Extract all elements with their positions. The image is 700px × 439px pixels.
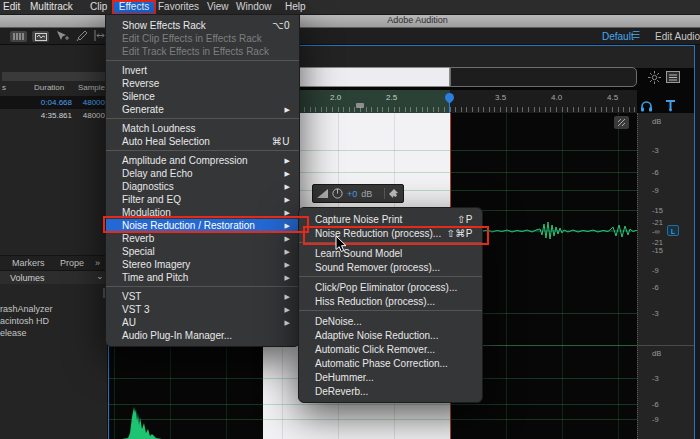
gain-unit: dB xyxy=(361,189,372,199)
menu-item-edit-track-effects: Edit Track Effects in Effects Rack xyxy=(106,45,299,58)
settings-sun-icon[interactable] xyxy=(648,71,661,84)
file-sample-rate: 48000 xyxy=(74,98,105,107)
multitrack-view-button[interactable] xyxy=(32,31,49,42)
volume-item[interactable]: acintosh HD xyxy=(0,316,107,328)
volumes-section-label[interactable]: Volumes xyxy=(10,273,45,283)
menu-item-auto-heal[interactable]: Auto Heal Selection⌘U xyxy=(106,135,299,148)
menubar-item-edit[interactable]: Edit xyxy=(3,0,20,14)
menu-item-sound-remover[interactable]: Sound Remover (process)... xyxy=(299,260,482,274)
menu-item-au[interactable]: AU▶ xyxy=(106,316,299,329)
submenu-arrow-icon: ▶ xyxy=(285,292,290,301)
tab-markers[interactable]: Markers xyxy=(12,258,45,268)
headphone-icon[interactable] xyxy=(640,100,653,112)
menu-item-delay-echo[interactable]: Delay and Echo▶ xyxy=(106,167,299,180)
tab-overflow-chevron[interactable]: » xyxy=(95,258,100,268)
menu-item-audio-plugin-manager[interactable]: Audio Plug-In Manager... xyxy=(106,329,299,342)
menu-item-amplitude-compression[interactable]: Amplitude and Compression▶ xyxy=(106,154,299,167)
menu-item-click-pop-eliminator[interactable]: Click/Pop Eliminator (process)... xyxy=(299,280,482,294)
move-tool-icon[interactable] xyxy=(56,30,69,42)
submenu-arrow-icon: ▶ xyxy=(285,169,290,178)
menu-item-modulation[interactable]: Modulation▶ xyxy=(106,206,299,219)
playhead-stem xyxy=(449,101,450,113)
panel-focus-border-right xyxy=(694,45,695,439)
menu-item-reverb[interactable]: Reverb▶ xyxy=(106,232,299,245)
edit-audio-to-button[interactable]: Edit Audio to xyxy=(655,31,700,42)
submenu-arrow-icon: ▶ xyxy=(285,221,290,230)
menu-item-automatic-click-remover[interactable]: Automatic Click Remover... xyxy=(299,342,482,356)
hud-divider xyxy=(384,188,385,199)
menubar-item-effects[interactable]: Effects xyxy=(112,0,156,15)
tab-properties[interactable]: Prope xyxy=(60,258,84,268)
panel-menu-icon[interactable] xyxy=(666,71,680,83)
ruler-tick-label: 4.0 xyxy=(551,93,562,102)
menu-item-automatic-phase-correction[interactable]: Automatic Phase Correction... xyxy=(299,356,482,370)
gridline xyxy=(108,404,637,405)
menu-item-capture-noise-print[interactable]: Capture Noise Print⇧P xyxy=(299,212,482,226)
waveform-right-channel-spike xyxy=(122,403,162,439)
menu-item-invert[interactable]: Invert xyxy=(106,64,299,77)
file-sample-rate: 48000 xyxy=(74,111,105,120)
menu-item-hiss-reduction[interactable]: Hiss Reduction (process)... xyxy=(299,294,482,308)
menu-item-denoise[interactable]: DeNoise... xyxy=(299,314,482,328)
menu-item-dehummer[interactable]: DeHummer... xyxy=(299,370,482,384)
razor-tool-icon[interactable] xyxy=(76,30,88,42)
waveform-view-button[interactable] xyxy=(10,31,27,42)
submenu-arrow-icon: ▶ xyxy=(285,208,290,217)
menu-item-time-pitch[interactable]: Time and Pitch▶ xyxy=(106,271,299,284)
menu-item-learn-sound-model[interactable]: Learn Sound Model xyxy=(299,246,482,260)
column-header-sample[interactable]: Sample xyxy=(74,83,105,96)
menu-item-vst3[interactable]: VST 3▶ xyxy=(106,303,299,316)
column-header-fragment[interactable]: s xyxy=(2,83,6,96)
file-row[interactable]: 4:35.861 48000 xyxy=(0,109,107,122)
menubar-item-favorites[interactable]: Favorites xyxy=(158,0,199,14)
db-label: -6 xyxy=(652,400,659,409)
menubar-item-clip[interactable]: Clip xyxy=(90,0,107,14)
menu-item-noise-reduction-process[interactable]: Noise Reduction (process)...⇧⌘P xyxy=(299,226,482,240)
submenu-arrow-icon: ▶ xyxy=(285,273,290,282)
workspace-selector[interactable]: Default xyxy=(602,31,634,42)
menubar-item-view[interactable]: View xyxy=(207,0,229,14)
left-channel-badge[interactable]: L xyxy=(667,225,679,236)
db-label: -3 xyxy=(652,146,659,155)
menu-separator xyxy=(106,150,299,151)
volume-item[interactable]: elease xyxy=(0,328,107,340)
file-duration: 0:04.668 xyxy=(18,98,72,107)
submenu-arrow-icon: ▶ xyxy=(285,247,290,256)
db-label: -9 xyxy=(652,266,659,275)
menu-item-diagnostics[interactable]: Diagnostics▶ xyxy=(106,180,299,193)
ruler-tick-label: 4.5 xyxy=(607,93,618,102)
menubar-item-multitrack[interactable]: Multitrack xyxy=(30,0,73,14)
file-row[interactable]: 0:04.668 48000 xyxy=(0,96,107,109)
db-label: -3 xyxy=(652,374,659,383)
menu-item-show-effects-rack[interactable]: Show Effects Rack⌥0 xyxy=(106,19,299,32)
menu-item-filter-eq[interactable]: Filter and EQ▶ xyxy=(106,193,299,206)
zoom-corner-widget[interactable] xyxy=(614,116,629,129)
menu-item-vst[interactable]: VST▶ xyxy=(106,290,299,303)
menu-item-match-loudness[interactable]: Match Loudness xyxy=(106,122,299,135)
ruler-tick-label: 2.5 xyxy=(386,93,397,102)
menubar-item-window[interactable]: Window xyxy=(236,0,272,14)
gain-value[interactable]: +0 xyxy=(347,189,357,199)
menu-item-reverse[interactable]: Reverse xyxy=(106,77,299,90)
pin-tool-icon[interactable] xyxy=(665,100,676,112)
overview-navigator-track[interactable] xyxy=(450,67,637,87)
menu-item-special[interactable]: Special▶ xyxy=(106,245,299,258)
menubar-item-help[interactable]: Help xyxy=(285,0,306,14)
files-search-field[interactable] xyxy=(2,72,105,81)
menubar: Edit Multitrack Clip Effects Favorites V… xyxy=(0,0,700,15)
hamburger-icon[interactable]: ☰ xyxy=(632,30,640,40)
menu-item-noise-reduction-restoration[interactable]: Noise Reduction / Restoration▶ xyxy=(106,219,299,232)
hud-pin-icon[interactable] xyxy=(389,189,398,198)
chevron-down-icon[interactable]: ⌄ xyxy=(96,271,104,281)
menu-item-generate[interactable]: Generate▶ xyxy=(106,103,299,116)
column-header-duration[interactable]: Duration xyxy=(34,83,64,96)
menu-item-stereo-imagery[interactable]: Stereo Imagery▶ xyxy=(106,258,299,271)
gain-knob-icon[interactable] xyxy=(332,188,343,199)
volume-item[interactable]: rashAnalyzer xyxy=(0,304,107,316)
fade-ramp-icon[interactable] xyxy=(317,189,328,198)
menu-item-silence[interactable]: Silence xyxy=(106,90,299,103)
menu-item-adaptive-noise-reduction[interactable]: Adaptive Noise Reduction... xyxy=(299,328,482,342)
amplitude-ruler[interactable]: dB -3 -6 -9 -15 -21 -∞ -21 -15 -9 -6 -3 … xyxy=(637,113,695,439)
menu-item-dereverb[interactable]: DeReverb... xyxy=(299,384,482,398)
gain-hud[interactable]: +0 dB xyxy=(312,184,404,203)
